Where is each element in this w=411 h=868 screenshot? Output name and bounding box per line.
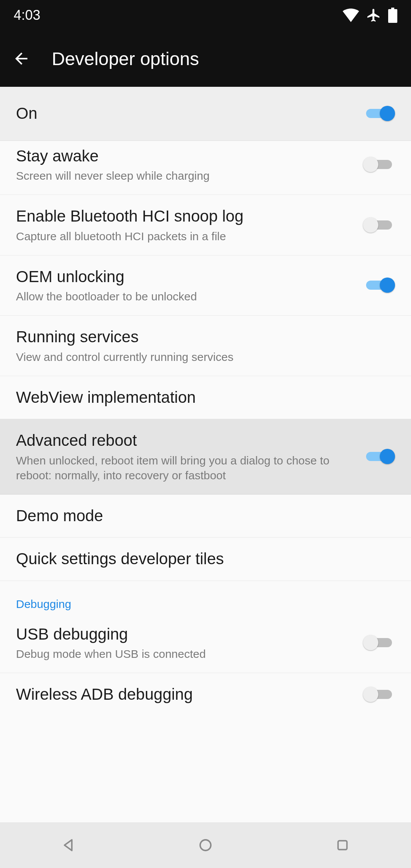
section-header-debugging: Debugging — [0, 581, 411, 613]
setting-title: Advanced reboot — [16, 431, 354, 451]
page-title: Developer options — [52, 48, 199, 69]
toggle-usb-debugging[interactable] — [363, 633, 395, 652]
setting-subtitle: Debug mode when USB is connected — [16, 646, 354, 661]
wifi-icon — [342, 8, 359, 22]
svg-rect-1 — [338, 841, 347, 849]
setting-webview-impl[interactable]: WebView implementation — [0, 376, 411, 420]
setting-title: Stay awake — [16, 146, 354, 166]
toggle-stay-awake[interactable] — [363, 155, 395, 174]
battery-icon — [388, 8, 397, 23]
nav-recents-icon — [335, 838, 350, 853]
toggle-wireless-adb[interactable] — [363, 685, 395, 704]
setting-running-services[interactable]: Running services View and control curren… — [0, 316, 411, 376]
setting-title: Quick settings developer tiles — [16, 549, 386, 569]
nav-back-button[interactable] — [57, 834, 80, 857]
master-toggle-label: On — [16, 104, 354, 124]
setting-subtitle: Screen will never sleep while charging — [16, 168, 354, 183]
svg-point-0 — [200, 840, 211, 850]
setting-bt-hci-snoop[interactable]: Enable Bluetooth HCI snoop log Capture a… — [0, 195, 411, 255]
setting-title: Running services — [16, 327, 386, 347]
setting-title: OEM unlocking — [16, 267, 354, 287]
nav-recents-button[interactable] — [331, 834, 354, 857]
setting-subtitle: When unlocked, reboot item will bring yo… — [16, 453, 354, 483]
setting-subtitle: Allow the bootloader to be unlocked — [16, 289, 354, 304]
setting-usb-debugging[interactable]: USB debugging Debug mode when USB is con… — [0, 613, 411, 673]
status-time: 4:03 — [14, 7, 40, 23]
master-toggle-row[interactable]: On — [0, 87, 411, 141]
setting-subtitle: View and control currently running servi… — [16, 349, 386, 364]
status-bar: 4:03 — [0, 0, 411, 30]
setting-title: USB debugging — [16, 624, 354, 645]
nav-home-button[interactable] — [194, 834, 217, 857]
airplane-icon — [366, 8, 381, 23]
setting-advanced-reboot[interactable]: Advanced reboot When unlocked, reboot it… — [0, 419, 411, 495]
nav-home-icon — [198, 837, 213, 853]
setting-title: Demo mode — [16, 506, 386, 526]
toggle-advanced-reboot[interactable] — [363, 447, 395, 466]
setting-wireless-adb[interactable]: Wireless ADB debugging — [0, 673, 411, 716]
setting-title: Enable Bluetooth HCI snoop log — [16, 206, 354, 227]
master-toggle[interactable] — [363, 104, 395, 123]
setting-qs-dev-tiles[interactable]: Quick settings developer tiles — [0, 538, 411, 581]
toggle-bt-hci-snoop[interactable] — [363, 216, 395, 234]
settings-list[interactable]: On Stay awake Screen will never sleep wh… — [0, 87, 411, 822]
app-bar: Developer options — [0, 30, 411, 87]
back-button[interactable] — [11, 48, 32, 69]
setting-stay-awake[interactable]: Stay awake Screen will never sleep while… — [0, 141, 411, 195]
arrow-back-icon — [12, 49, 30, 68]
nav-back-icon — [61, 837, 76, 853]
setting-title: Wireless ADB debugging — [16, 685, 354, 705]
setting-demo-mode[interactable]: Demo mode — [0, 495, 411, 538]
toggle-oem-unlocking[interactable] — [363, 276, 395, 294]
status-icons — [342, 8, 397, 23]
setting-title: WebView implementation — [16, 388, 386, 408]
nav-bar — [0, 822, 411, 868]
setting-oem-unlocking[interactable]: OEM unlocking Allow the bootloader to be… — [0, 255, 411, 316]
setting-subtitle: Capture all bluetooth HCI packets in a f… — [16, 229, 354, 244]
